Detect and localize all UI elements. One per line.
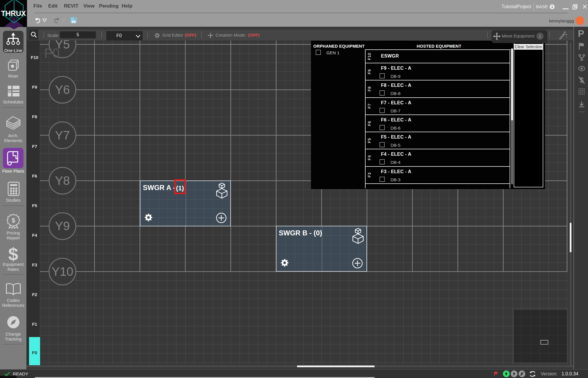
svg-text:Y10: Y10	[52, 265, 73, 278]
svg-text:F0: F0	[44, 46, 60, 61]
svg-text:Y7: Y7	[55, 128, 70, 142]
svg-text:THRUX: THRUX	[1, 9, 26, 18]
svg-text:Y6: Y6	[55, 83, 70, 96]
svg-text:Y8: Y8	[55, 174, 70, 187]
svg-text:Y9: Y9	[55, 219, 70, 233]
svg-text:$: $	[12, 217, 15, 224]
